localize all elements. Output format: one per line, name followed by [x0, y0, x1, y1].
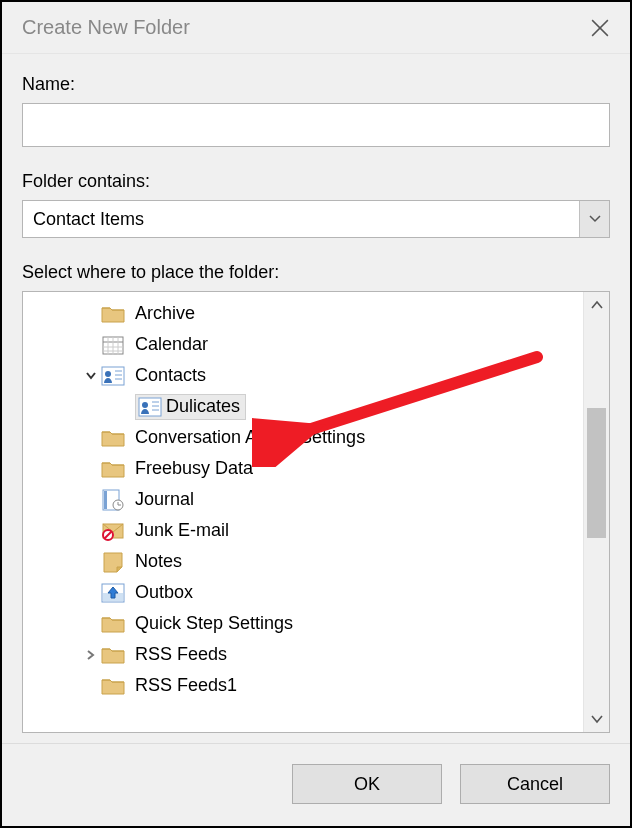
tree-item[interactable]: RSS Feeds [23, 639, 583, 670]
svg-rect-20 [104, 491, 107, 509]
calendar-icon [101, 334, 125, 356]
tree-item[interactable]: Journal [23, 484, 583, 515]
folder-icon [101, 644, 125, 666]
name-input[interactable] [22, 103, 610, 147]
tree-item[interactable]: Calendar [23, 329, 583, 360]
tree-item-label: Outbox [135, 582, 193, 603]
folder-icon [101, 303, 125, 325]
dialog-body: Name: Folder contains: Contact Items Sel… [2, 54, 630, 743]
contact-icon [138, 396, 162, 418]
notes-icon [101, 551, 125, 573]
close-icon[interactable] [586, 14, 614, 42]
folder-icon [101, 613, 125, 635]
tree-item[interactable]: RSS Feeds1 [23, 670, 583, 701]
ok-button[interactable]: OK [292, 764, 442, 804]
tree-item-label: Dulicates [135, 394, 246, 420]
tree-item[interactable]: Freebusy Data [23, 453, 583, 484]
name-label: Name: [22, 74, 610, 95]
scrollbar-thumb[interactable] [587, 408, 606, 538]
tree-item[interactable]: Dulicates [23, 391, 583, 422]
folder-icon [101, 675, 125, 697]
contact-icon [101, 365, 125, 387]
tree-item[interactable]: Notes [23, 546, 583, 577]
tree-item-label: RSS Feeds1 [135, 675, 237, 696]
tree-item-label: Archive [135, 303, 195, 324]
tree-item[interactable]: Archive [23, 298, 583, 329]
scrollbar-track[interactable] [584, 318, 609, 706]
folder-tree-viewport[interactable]: ArchiveCalendarContactsDulicatesConversa… [23, 292, 583, 732]
tree-item-label: Freebusy Data [135, 458, 253, 479]
tree-item-label: Contacts [135, 365, 206, 386]
tree-item-label: Junk E-mail [135, 520, 229, 541]
tree-item-label: Journal [135, 489, 194, 510]
junk-icon [101, 520, 125, 542]
contains-dropdown[interactable]: Contact Items [22, 200, 610, 238]
titlebar: Create New Folder [2, 2, 630, 54]
svg-point-15 [142, 402, 148, 408]
svg-point-10 [105, 371, 111, 377]
tree-item[interactable]: Conversation Action Settings [23, 422, 583, 453]
contains-value: Contact Items [33, 209, 144, 230]
scroll-down-icon[interactable] [584, 706, 610, 732]
tree-item[interactable]: Quick Step Settings [23, 608, 583, 639]
tree-item[interactable]: Contacts [23, 360, 583, 391]
tree-item[interactable]: Junk E-mail [23, 515, 583, 546]
tree-item-label: Notes [135, 551, 182, 572]
cancel-button[interactable]: Cancel [460, 764, 610, 804]
scrollbar[interactable] [583, 292, 609, 732]
expander-open-icon[interactable] [81, 370, 101, 382]
contains-label: Folder contains: [22, 171, 610, 192]
folder-tree: ArchiveCalendarContactsDulicatesConversa… [22, 291, 610, 733]
create-folder-dialog: Create New Folder Name: Folder contains:… [0, 0, 632, 828]
tree-item-label: Conversation Action Settings [135, 427, 365, 448]
tree-item-label: Quick Step Settings [135, 613, 293, 634]
scroll-up-icon[interactable] [584, 292, 610, 318]
expander-closed-icon[interactable] [81, 649, 101, 661]
outbox-icon [101, 582, 125, 604]
tree-item-label: Calendar [135, 334, 208, 355]
button-row: OK Cancel [2, 743, 630, 826]
chevron-down-icon[interactable] [579, 201, 609, 237]
journal-icon [101, 489, 125, 511]
dialog-title: Create New Folder [22, 16, 190, 39]
tree-item[interactable]: Outbox [23, 577, 583, 608]
tree-item-label: RSS Feeds [135, 644, 227, 665]
place-label: Select where to place the folder: [22, 262, 610, 283]
folder-icon [101, 458, 125, 480]
folder-icon [101, 427, 125, 449]
